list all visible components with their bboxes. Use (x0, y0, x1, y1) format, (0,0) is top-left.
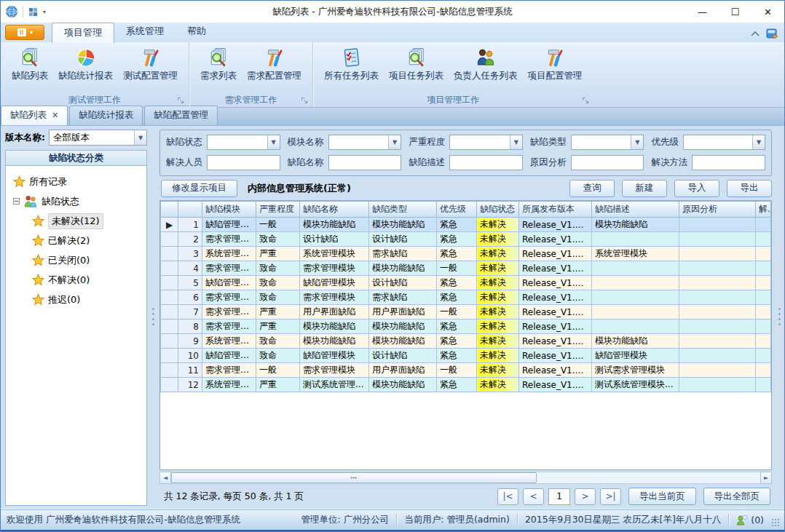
cell-method[interactable] (756, 276, 771, 290)
cell-type[interactable]: 设计缺陷 (369, 232, 437, 247)
tree-item-所有记录[interactable]: 所有记录 (13, 172, 145, 191)
column-header-缺陷描述[interactable]: 缺陷描述 (592, 202, 679, 218)
cell-analysis[interactable] (679, 349, 756, 363)
cell-method[interactable] (756, 290, 771, 305)
ribbon-button-缺陷统计报表[interactable]: 缺陷统计报表 (53, 44, 118, 84)
minimize-button[interactable]: — (686, 1, 719, 23)
cell-status[interactable]: 未解决 (477, 290, 519, 305)
cell-name[interactable]: 模块功能缺陷 (300, 319, 369, 334)
cell-severity[interactable]: 致命 (256, 290, 300, 305)
cell-method[interactable] (756, 334, 771, 349)
cell-name[interactable]: 模块功能缺陷 (300, 334, 369, 349)
cell-status[interactable]: 未解决 (477, 363, 519, 378)
resize-grip-icon[interactable] (771, 518, 780, 527)
cell-method[interactable] (756, 305, 771, 319)
cell-severity[interactable]: 致命 (256, 261, 300, 276)
cell-desc[interactable] (592, 276, 679, 290)
cell-release[interactable]: Release_V1.0.0 (519, 349, 592, 363)
cell-priority[interactable]: 一般 (437, 363, 477, 378)
collapse-ribbon-icon[interactable] (750, 31, 760, 37)
cell-status[interactable]: 未解决 (477, 378, 519, 392)
cell-method[interactable] (756, 218, 771, 232)
table-row[interactable]: ▶1缺陷管理模块一般模块功能缺陷模块功能缺陷紧急未解决Release_V1.2.… (161, 218, 771, 232)
cell-name[interactable]: 用户界面缺陷 (300, 305, 369, 319)
cell-type[interactable]: 设计缺陷 (369, 349, 437, 363)
cell-module[interactable]: 需求管理模块 (202, 261, 256, 276)
cell-name[interactable]: 缺陷管理模块 (300, 276, 369, 290)
filter-input-解决方法[interactable] (692, 155, 765, 170)
cell-type[interactable]: 模块功能缺陷 (369, 334, 437, 349)
table-row[interactable]: 4需求管理模块致命需求管理模块模块功能缺陷一般未解决Release_V1.0.0 (161, 261, 771, 276)
dialog-launcher-icon[interactable] (301, 97, 308, 104)
cell-analysis[interactable] (679, 319, 756, 334)
cell-type[interactable]: 模块功能缺陷 (369, 319, 437, 334)
cell-release[interactable]: Release_V1.0.0 (519, 261, 592, 276)
cell-type[interactable]: 用户界面缺陷 (369, 363, 437, 378)
ribbon-button-需求列表[interactable]: 需求列表 (195, 44, 242, 84)
cell-release[interactable]: Release_V1.2.0 (519, 232, 592, 247)
filter-input-原因分析[interactable] (571, 155, 644, 170)
chevron-down-icon[interactable]: ▼ (134, 130, 146, 145)
cell-method[interactable] (756, 261, 771, 276)
scrollbar-track[interactable] (171, 472, 760, 484)
modify-display-items-button[interactable]: 修改显示项目 (161, 180, 237, 197)
cell-release[interactable]: Release_V1.0.0 (519, 319, 592, 334)
ribbon-button-需求配置管理[interactable]: 需求配置管理 (242, 44, 307, 84)
cell-status[interactable]: 未解决 (477, 305, 519, 319)
filter-input-缺陷名称[interactable] (328, 155, 402, 170)
cell-type[interactable]: 模块功能缺陷 (369, 261, 437, 276)
cell-analysis[interactable] (679, 276, 756, 290)
cell-desc[interactable] (592, 261, 679, 276)
cell-release[interactable]: Release_V1.0.0 (519, 305, 592, 319)
cell-module[interactable]: 系统管理模块 (202, 334, 256, 349)
ribbon-tab-项目管理[interactable]: 项目管理 (52, 23, 114, 43)
cell-analysis[interactable] (679, 290, 756, 305)
tree-item-未解决(12)[interactable]: 未解决(12) (32, 211, 145, 231)
cell-priority[interactable]: 一般 (437, 305, 477, 319)
cell-severity[interactable]: 严重 (256, 247, 300, 261)
cell-priority[interactable]: 紧急 (437, 349, 477, 363)
cell-release[interactable]: Release_V1.2.0 (519, 218, 592, 232)
scroll-right-icon[interactable]: ► (760, 472, 772, 484)
cell-release[interactable]: Release_V1.0.0 (519, 334, 592, 349)
chevron-down-icon[interactable]: ▼ (631, 135, 643, 149)
scroll-left-icon[interactable]: ◄ (159, 472, 171, 484)
ribbon-button-缺陷列表[interactable]: 缺陷列表 (7, 44, 53, 84)
column-header-缺陷类型[interactable]: 缺陷类型 (369, 202, 437, 218)
column-header-严重程度[interactable]: 严重程度 (256, 202, 300, 218)
cell-release[interactable]: Release_V1.1.0 (519, 378, 592, 392)
chevron-down-icon[interactable]: ▼ (510, 135, 522, 149)
quick-access-grid-icon[interactable] (28, 7, 39, 17)
ribbon-button-测试配置管理[interactable]: 测试配置管理 (118, 44, 183, 84)
table-row[interactable]: 7需求管理模块严重用户界面缺陷用户界面缺陷一般未解决Release_V1.0.0 (161, 305, 771, 319)
cell-severity[interactable]: 致命 (256, 349, 300, 363)
filter-input-解决人员[interactable] (207, 155, 280, 170)
cell-priority[interactable]: 一般 (437, 261, 477, 276)
cell-module[interactable]: 需求管理模块 (202, 319, 256, 334)
table-row[interactable]: 12系统管理模块严重测试系统管理...模块功能缺陷紧急未解决Release_V1… (161, 378, 771, 392)
cell-severity[interactable]: 致命 (256, 276, 300, 290)
horizontal-scrollbar[interactable]: ◄ ► (159, 472, 772, 484)
sidebar-splitter[interactable] (150, 126, 157, 509)
cell-module[interactable]: 缺陷管理模块 (202, 349, 256, 363)
cell-name[interactable]: 测试系统管理... (300, 378, 369, 392)
export-current-page-button[interactable]: 导出当前页 (628, 488, 696, 505)
ribbon-button-负责人任务列表[interactable]: 负责人任务列表 (449, 44, 523, 84)
ribbon-tab-帮助[interactable]: 帮助 (175, 22, 218, 42)
doc-tab-缺陷统计报表[interactable]: 缺陷统计报表 (69, 106, 143, 125)
filter-select-优先级[interactable]: ▼ (683, 135, 765, 150)
cell-analysis[interactable] (679, 218, 756, 232)
column-header-缺陷名称[interactable]: 缺陷名称 (300, 202, 369, 218)
filter-select-缺陷类型[interactable]: ▼ (571, 135, 644, 150)
table-row[interactable]: 5缺陷管理模块致命缺陷管理模块设计缺陷紧急未解决Release_V1.0.0 (161, 276, 771, 290)
cell-module[interactable]: 缺陷管理模块 (202, 218, 256, 232)
tree-item-缺陷状态[interactable]: 缺陷状态 (13, 191, 145, 211)
doc-tab-缺陷配置管理[interactable]: 缺陷配置管理 (144, 106, 218, 125)
cell-status[interactable]: 未解决 (477, 218, 519, 232)
export-all-pages-button[interactable]: 导出全部页 (703, 488, 771, 505)
cell-analysis[interactable] (679, 305, 756, 319)
filter-select-缺陷状态[interactable]: ▼ (207, 135, 280, 150)
cell-status[interactable]: 未解决 (477, 261, 519, 276)
table-row[interactable]: 8需求管理模块严重模块功能缺陷模块功能缺陷紧急未解决Release_V1.0.0 (161, 319, 771, 334)
action-button-导入[interactable]: 导入 (674, 180, 719, 197)
